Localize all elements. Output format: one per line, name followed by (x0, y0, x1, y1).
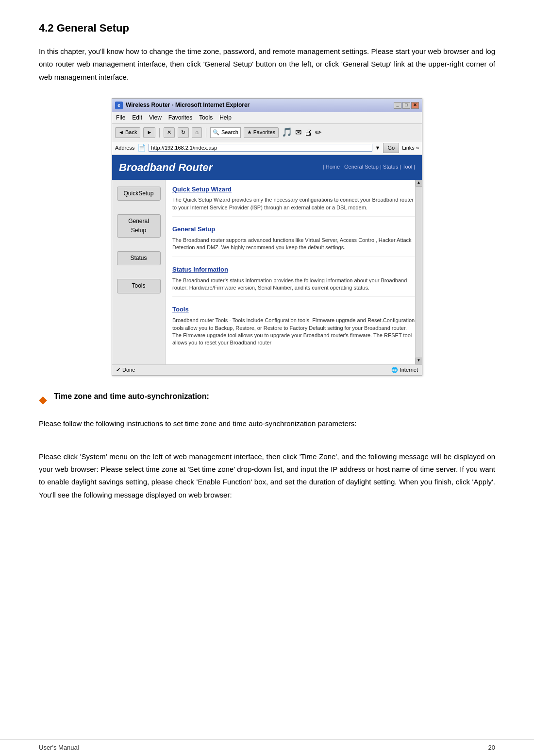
toolbar-separator2 (206, 128, 206, 137)
quick-setup-link[interactable]: Quick Setup Wizard (172, 185, 415, 195)
chapter-intro: In this chapter, you'll know how to chan… (39, 45, 495, 84)
page-number: 20 (488, 743, 495, 753)
page: 4.2 General Setup In this chapter, you'l… (0, 0, 534, 756)
stop-button[interactable]: ✕ (164, 127, 175, 138)
scrollbar[interactable]: ▲ ▼ (415, 180, 422, 364)
address-dropdown-icon[interactable]: ▼ (375, 144, 381, 153)
address-label: Address (115, 144, 134, 153)
router-main-wrap: Quick Setup Wizard The Quick Setup Wizar… (166, 180, 422, 364)
browser-titlebar: e Wireless Router - Microsoft Internet E… (112, 99, 422, 112)
page-icon: 📄 (137, 142, 146, 153)
media-icon: 🎵 (282, 125, 292, 139)
browser-content: Broadband Router | Home | General Setup … (112, 155, 422, 376)
status-done: ✔ Done (116, 366, 135, 375)
edit-icon: ✏ (315, 126, 321, 139)
address-input[interactable] (149, 144, 372, 152)
chapter-title: 4.2 General Setup (39, 19, 495, 36)
router-main: Quick Setup Wizard The Quick Setup Wizar… (166, 180, 422, 364)
menu-section-quicksetup: Quick Setup Wizard The Quick Setup Wizar… (172, 185, 415, 217)
address-bar: Address 📄 ▼ Go Links » (112, 141, 422, 155)
sidebar-quicksetup-button[interactable]: QuickSetup (117, 187, 161, 201)
internet-label: Internet (400, 366, 418, 375)
print-icon: 🖨 (304, 126, 312, 139)
browser-title: Wireless Router - Microsoft Internet Exp… (126, 101, 250, 110)
footer-label: User's Manual (39, 743, 79, 753)
time-zone-para2: Please click 'System' menu on the left o… (39, 450, 495, 501)
browser-toolbar: ◄ Back ► ✕ ↻ ⌂ 🔍 Search ★ Favorites 🎵 ✉ … (112, 124, 422, 141)
favorites-button[interactable]: ★ Favorites (244, 127, 279, 138)
menu-view[interactable]: View (149, 113, 162, 122)
bullet-icon: ◆ (39, 391, 47, 408)
router-body: QuickSetup General Setup Status Tools Qu… (112, 180, 422, 364)
search-toolbar: 🔍 Search (210, 127, 241, 138)
titlebar-left: e Wireless Router - Microsoft Internet E… (115, 101, 250, 110)
menu-section-generalsetup: General Setup The Broadband router suppo… (172, 224, 415, 257)
toolbar-separator (159, 128, 160, 137)
back-button[interactable]: ◄ Back (115, 127, 140, 138)
tools-link[interactable]: Tools (172, 305, 415, 315)
window-controls: _ □ ✕ (394, 102, 419, 109)
menu-favorites[interactable]: Favorites (168, 113, 192, 122)
footer: User's Manual 20 (0, 739, 534, 756)
status-info-link[interactable]: Status Information (172, 265, 415, 275)
time-zone-para1: Please follow the following instructions… (39, 417, 495, 430)
go-button[interactable]: Go (383, 143, 399, 154)
links-label: Links » (402, 144, 419, 153)
minimize-button[interactable]: _ (394, 102, 401, 109)
maximize-button[interactable]: □ (402, 102, 410, 109)
close-button[interactable]: ✕ (411, 102, 419, 109)
menu-section-status: Status Information The Broadband router'… (172, 265, 415, 297)
browser-logo-icon: e (115, 102, 123, 109)
mail-icon: ✉ (295, 126, 301, 139)
scroll-down-button[interactable]: ▼ (416, 358, 422, 364)
router-brand-title: Broadband Router (119, 159, 213, 176)
browser-window: e Wireless Router - Microsoft Internet E… (112, 98, 422, 376)
router-sidebar: QuickSetup General Setup Status Tools (112, 180, 166, 364)
menu-section-tools: Tools Broadband router Tools - Tools inc… (172, 305, 415, 351)
scroll-up-button[interactable]: ▲ (416, 180, 422, 187)
menu-file[interactable]: File (116, 113, 125, 122)
menu-tools[interactable]: Tools (199, 113, 213, 122)
search-label[interactable]: Search (221, 128, 238, 137)
sidebar-tools-button[interactable]: Tools (117, 279, 161, 293)
router-header: Broadband Router | Home | General Setup … (112, 155, 422, 180)
internet-icon: 🌐 (391, 366, 398, 375)
menu-help[interactable]: Help (219, 113, 232, 122)
browser-statusbar: ✔ Done 🌐 Internet (112, 364, 422, 376)
forward-button[interactable]: ► (143, 127, 155, 138)
sidebar-status-button[interactable]: Status (117, 251, 161, 265)
router-nav: | Home | General Setup | Status | Tool | (323, 163, 415, 172)
quick-setup-desc: The Quick Setup Wizard provides only the… (172, 196, 415, 211)
search-icon: 🔍 (213, 128, 219, 137)
general-setup-link[interactable]: General Setup (172, 224, 415, 235)
browser-menubar: File Edit View Favorites Tools Help (112, 112, 422, 124)
done-icon: ✔ (116, 366, 120, 375)
sidebar-generalsetup-button[interactable]: General Setup (117, 214, 161, 238)
section-subtitle-wrap: Time zone and time auto-synchronization: (54, 390, 209, 403)
refresh-button[interactable]: ↻ (178, 127, 189, 138)
time-zone-subtitle: Time zone and time auto-synchronization: (54, 392, 209, 400)
time-zone-section: ◆ Time zone and time auto-synchronizatio… (39, 390, 495, 408)
status-info-desc: The Broadband router's status informatio… (172, 277, 415, 292)
general-setup-desc: The Broadband router supports advanced f… (172, 237, 415, 252)
home-button[interactable]: ⌂ (192, 127, 202, 138)
tools-desc: Broadband router Tools - Tools include C… (172, 317, 415, 347)
done-label: Done (122, 366, 135, 375)
status-internet: 🌐 Internet (391, 366, 418, 375)
menu-edit[interactable]: Edit (132, 113, 142, 122)
